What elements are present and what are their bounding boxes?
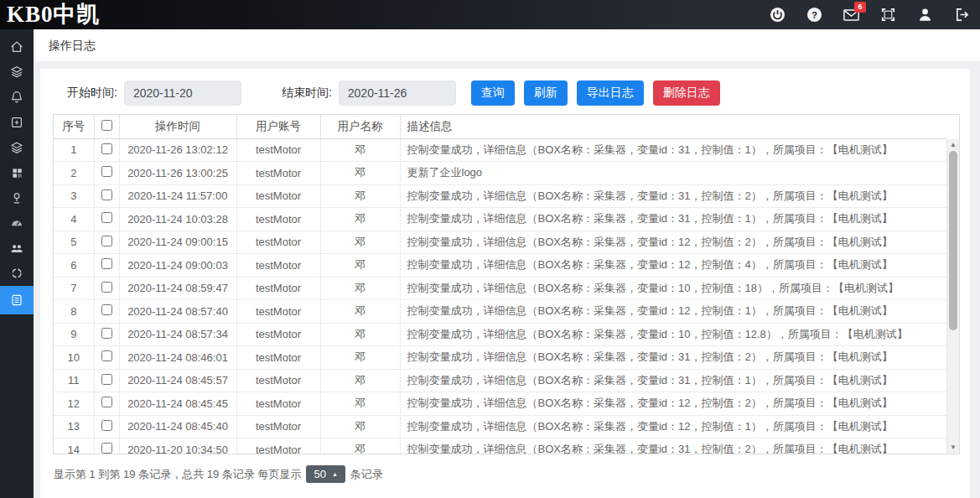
table-row: 2 2020-11-26 13:00:25 testMotor 邓 更新了企业l…	[54, 162, 946, 185]
row-checkbox[interactable]	[101, 328, 112, 339]
col-header-checkbox	[94, 115, 119, 138]
caret-up-icon: ▲	[332, 471, 338, 477]
row-checkbox[interactable]	[101, 166, 112, 177]
cell-user-name: 邓	[320, 323, 400, 346]
sidebar-item-stack[interactable]	[0, 135, 34, 160]
row-checkbox[interactable]	[101, 258, 112, 269]
cell-user-name: 邓	[320, 277, 400, 300]
cell-user-account: testMotor	[236, 231, 320, 254]
users-icon	[9, 241, 24, 256]
table-row: 5 2020-11-24 09:00:15 testMotor 邓 控制变量成功…	[54, 231, 946, 254]
help-icon[interactable]: ?	[806, 7, 822, 23]
table-row: 11 2020-11-24 08:45:57 testMotor 邓 控制变量成…	[54, 369, 946, 392]
cell-description: 控制变量成功，详细信息（BOX名称：采集器，变量id：31，控制值：2），所属项…	[400, 184, 946, 208]
globe-icon	[10, 267, 23, 280]
row-checkbox[interactable]	[101, 236, 112, 246]
cell-user-name: 邓	[320, 438, 400, 455]
sidebar-item-operation-logs[interactable]	[0, 286, 34, 314]
record-unit: 条记录	[350, 467, 383, 482]
page-size-select[interactable]: 50 ▲	[306, 465, 345, 483]
cell-user-account: testMotor	[236, 277, 320, 300]
cell-operation-time: 2020-11-24 08:57:40	[119, 300, 236, 324]
filter-bar: 开始时间: 结束时间: 查询 刷新 导出日志 删除日志	[67, 80, 962, 106]
row-checkbox[interactable]	[101, 374, 112, 385]
table-row: 14 2020-11-20 10:34:50 testMotor 邓 控制变量成…	[54, 438, 946, 455]
cell-user-account: testMotor	[236, 346, 320, 370]
cell-user-account: testMotor	[236, 300, 320, 324]
stack-icon	[9, 140, 24, 155]
record-summary: 显示第 1 到第 19 条记录，总共 19 条记录 每页显示	[54, 467, 301, 482]
user-icon[interactable]	[917, 7, 933, 23]
row-checkbox[interactable]	[101, 350, 112, 361]
row-checkbox[interactable]	[101, 443, 112, 454]
select-all-checkbox[interactable]	[101, 120, 112, 131]
col-header-name: 用户名称	[320, 115, 400, 138]
sidebar-item-apps[interactable]	[0, 160, 34, 185]
search-button[interactable]: 查询	[471, 80, 515, 106]
sidebar-item-map-pin[interactable]	[0, 185, 34, 210]
cell-checkbox	[94, 277, 119, 300]
sidebar-item-notifications[interactable]	[0, 85, 34, 110]
col-header-time: 操作时间	[119, 115, 236, 138]
export-logs-button[interactable]: 导出日志	[577, 80, 644, 106]
cell-user-name: 邓	[320, 231, 400, 254]
cell-row-number: 10	[54, 346, 94, 370]
cell-user-account: testMotor	[236, 184, 320, 208]
cell-user-account: testMotor	[236, 162, 320, 185]
svg-text:?: ?	[811, 10, 817, 20]
sidebar-item-dashboard[interactable]	[0, 210, 34, 236]
sidebar-item-add-box[interactable]	[0, 110, 34, 135]
pagination-bar: 显示第 1 到第 19 条记录，总共 19 条记录 每页显示 50 ▲ 条记录	[54, 465, 962, 483]
fullscreen-icon[interactable]	[880, 7, 896, 23]
refresh-button[interactable]: 刷新	[524, 80, 568, 106]
row-checkbox[interactable]	[101, 282, 112, 293]
sidebar-item-users[interactable]	[0, 236, 34, 261]
filter-buttons: 查询 刷新 导出日志 删除日志	[471, 80, 720, 106]
page-title: 操作日志	[34, 29, 980, 61]
cell-row-number: 5	[54, 231, 94, 254]
sidebar-item-layers[interactable]	[0, 60, 34, 85]
cell-operation-time: 2020-11-24 09:00:03	[119, 254, 236, 278]
end-time-input[interactable]	[339, 80, 456, 106]
power-icon[interactable]	[770, 7, 786, 23]
sidebar-item-globe[interactable]	[0, 261, 34, 286]
row-checkbox[interactable]	[101, 397, 112, 407]
delete-logs-button[interactable]: 删除日志	[653, 80, 720, 106]
cell-user-name: 邓	[320, 208, 400, 231]
row-checkbox[interactable]	[101, 143, 112, 154]
log-table-body: 1 2020-11-26 13:02:12 testMotor 邓 控制变量成功…	[54, 138, 946, 454]
cell-user-name: 邓	[320, 369, 400, 392]
cell-description: 控制变量成功，详细信息（BOX名称：采集器，变量id：12，控制值：2），所属项…	[400, 231, 946, 254]
start-time-input[interactable]	[124, 80, 241, 106]
end-time-label: 结束时间:	[282, 86, 332, 101]
cell-checkbox	[94, 300, 119, 324]
cell-row-number: 12	[54, 392, 94, 416]
cell-operation-time: 2020-11-24 11:57:00	[119, 184, 236, 208]
cell-checkbox	[94, 392, 119, 416]
table-scrollbar[interactable]: ▲ ▼	[946, 139, 959, 454]
bell-icon	[9, 90, 24, 105]
scrollbar-thumb[interactable]	[949, 151, 957, 330]
cell-description: 控制变量成功，详细信息（BOX名称：采集器，变量id：10，控制值：12.8），…	[400, 323, 946, 346]
cell-user-name: 邓	[320, 392, 400, 416]
apps-grid-icon	[10, 166, 24, 180]
row-checkbox[interactable]	[101, 420, 112, 431]
row-checkbox[interactable]	[101, 212, 112, 223]
cell-description: 控制变量成功，详细信息（BOX名称：采集器，变量id：12，控制值：4），所属项…	[400, 254, 946, 278]
cell-user-name: 邓	[320, 254, 400, 278]
scroll-up-arrow-icon[interactable]: ▲	[947, 139, 959, 150]
cell-description: 控制变量成功，详细信息（BOX名称：采集器，变量id：12，控制值：1），所属项…	[400, 415, 946, 438]
cell-row-number: 3	[54, 184, 94, 208]
row-checkbox[interactable]	[101, 189, 112, 200]
home-icon	[9, 39, 24, 54]
row-checkbox[interactable]	[101, 304, 112, 315]
logout-icon[interactable]	[954, 7, 970, 23]
cell-row-number: 9	[54, 323, 94, 346]
table-row: 12 2020-11-24 08:45:45 testMotor 邓 控制变量成…	[54, 392, 946, 416]
scroll-down-arrow-icon[interactable]: ▼	[947, 442, 959, 453]
cell-user-name: 邓	[320, 415, 400, 438]
cell-row-number: 11	[54, 369, 94, 392]
messages-icon[interactable]: 6	[843, 7, 859, 23]
sidebar-item-home[interactable]	[0, 34, 34, 60]
main-content: 操作日志 开始时间: 结束时间: 查询 刷新 导出日志 删除日志 序号	[34, 29, 980, 498]
